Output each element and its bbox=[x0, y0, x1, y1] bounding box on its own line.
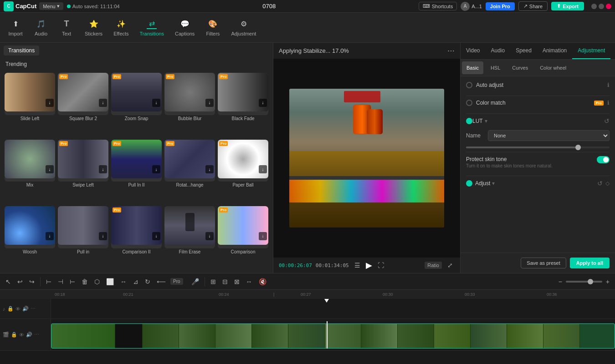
download-icon[interactable]: ↓ bbox=[46, 165, 54, 173]
export-button[interactable]: ⬆ Export bbox=[551, 2, 584, 10]
list-item[interactable]: ↓ Mix bbox=[5, 140, 55, 204]
transition-mix[interactable]: ↓ bbox=[5, 140, 55, 182]
transition-bubble-blur[interactable]: Pro ↓ bbox=[164, 73, 215, 115]
download-icon[interactable]: ↓ bbox=[152, 99, 160, 107]
redo-button[interactable]: ↪ bbox=[27, 277, 36, 286]
download-icon[interactable]: ↓ bbox=[205, 99, 214, 107]
list-item[interactable]: Pro ↓ Swipe Left bbox=[58, 140, 108, 204]
transition-pull-in[interactable]: ↓ bbox=[58, 206, 108, 248]
add-track-button[interactable]: ⊞ bbox=[209, 277, 218, 286]
tool-stickers[interactable]: ⭐ Stickers bbox=[80, 16, 107, 39]
back-button[interactable]: ⟵ bbox=[155, 277, 168, 286]
add-track-3-button[interactable]: ⊠ bbox=[232, 277, 241, 286]
join-pro-button[interactable]: Join Pro bbox=[486, 2, 515, 10]
list-item[interactable]: Pro ↓ Rotat...hange bbox=[164, 140, 215, 204]
audio-lock-icon[interactable]: 🔒 bbox=[7, 306, 14, 312]
video-lock-icon[interactable]: 🔒 bbox=[11, 332, 17, 338]
cursor-tool[interactable]: ↖ bbox=[4, 277, 13, 286]
tool-text[interactable]: T Text bbox=[55, 16, 78, 39]
protect-skin-toggle[interactable] bbox=[597, 156, 610, 163]
tool-transitions[interactable]: ⇄ Transitions bbox=[135, 16, 169, 39]
play-button[interactable]: ▶ bbox=[366, 260, 372, 270]
transition-film-erase[interactable]: ↓ bbox=[164, 206, 215, 248]
video-mute-icon[interactable]: 🔊 bbox=[26, 332, 32, 338]
tab-speed[interactable]: Speed bbox=[510, 43, 537, 59]
minimize-button[interactable] bbox=[591, 4, 597, 9]
lut-slider-thumb[interactable] bbox=[575, 145, 581, 150]
auto-adjust-checkbox[interactable] bbox=[466, 82, 472, 88]
audio-more-icon[interactable]: ⋯ bbox=[31, 306, 36, 312]
transition-comparison-ii[interactable]: Pro ↓ bbox=[111, 206, 162, 248]
tool-adjustment[interactable]: ⚙ Adjustment bbox=[226, 16, 261, 39]
split-button[interactable]: ⊢ bbox=[44, 277, 53, 286]
zoom-in-button[interactable]: + bbox=[604, 277, 611, 286]
add-track-2-button[interactable]: ⊟ bbox=[220, 277, 230, 286]
lut-reset-icon[interactable]: ↺ bbox=[604, 117, 610, 125]
lut-name-select[interactable]: None bbox=[488, 130, 610, 141]
download-icon[interactable]: ↓ bbox=[259, 99, 267, 107]
adjust-reset-icon[interactable]: ↺ bbox=[597, 180, 603, 187]
list-item[interactable]: Pro ↓ Bubble Blur bbox=[164, 73, 215, 137]
download-icon[interactable]: ↓ bbox=[46, 232, 54, 240]
download-icon[interactable]: ↓ bbox=[205, 232, 214, 240]
video-track-icon[interactable]: 🎬 bbox=[3, 332, 9, 338]
audio-track-icon[interactable]: ♪ bbox=[3, 306, 5, 312]
list-item[interactable]: Pro ↓ Zoom Snap bbox=[111, 73, 162, 137]
fit-button[interactable]: ↔ bbox=[244, 277, 254, 286]
adjust-settings-icon[interactable]: ◇ bbox=[605, 180, 610, 187]
video-clip[interactable] bbox=[51, 324, 615, 349]
adjust-checkbox[interactable] bbox=[466, 180, 472, 187]
tool-captions[interactable]: 💬 Captions bbox=[170, 16, 199, 39]
user-menu[interactable]: A A...1 bbox=[461, 2, 482, 11]
download-icon[interactable]: ↓ bbox=[205, 165, 214, 173]
list-item[interactable]: Pro ↓ Square Blur 2 bbox=[58, 73, 108, 137]
expand-button[interactable]: ⤢ bbox=[446, 261, 455, 270]
download-icon[interactable]: ↓ bbox=[46, 99, 54, 107]
list-item[interactable]: ↓ Film Erase bbox=[164, 206, 215, 270]
crop-button[interactable]: ⬜ bbox=[104, 277, 116, 286]
adj-tab-curves[interactable]: Curves bbox=[507, 61, 533, 74]
mirror-button[interactable]: ⊿ bbox=[131, 277, 140, 286]
video-eye-icon[interactable]: 👁 bbox=[19, 332, 24, 338]
audio-mute-icon[interactable]: 🔊 bbox=[22, 306, 29, 312]
delete-button[interactable]: 🗑 bbox=[80, 277, 90, 286]
color-match-checkbox[interactable] bbox=[466, 100, 472, 106]
download-icon[interactable]: ↓ bbox=[99, 165, 107, 173]
transition-square-blur-2[interactable]: Pro ↓ bbox=[58, 73, 108, 115]
zoom-out-button[interactable]: − bbox=[557, 277, 564, 286]
transition-comparison[interactable]: Pro ↓ bbox=[218, 206, 268, 248]
transition-slide-left[interactable]: ↓ bbox=[5, 73, 55, 115]
undo-button[interactable]: ↩ bbox=[15, 277, 25, 286]
shortcuts-button[interactable]: ⌨ Shortcuts bbox=[419, 2, 457, 10]
download-icon[interactable]: ↓ bbox=[259, 165, 267, 173]
adj-tab-hsl[interactable]: HSL bbox=[486, 61, 505, 74]
fullscreen-button[interactable]: ⛶ bbox=[376, 261, 386, 270]
lut-checkbox[interactable] bbox=[466, 118, 472, 124]
adj-tab-colorwheel[interactable]: Color wheel bbox=[535, 61, 571, 74]
tab-animation[interactable]: Animation bbox=[537, 43, 572, 59]
transition-swipe-left[interactable]: Pro ↓ bbox=[58, 140, 108, 182]
list-item[interactable]: ↓ Pull in bbox=[58, 206, 108, 270]
pro-feature-button[interactable]: Pro bbox=[170, 278, 183, 285]
mute-button[interactable]: 🔇 bbox=[257, 277, 268, 286]
tool-import[interactable]: ⬆ Import bbox=[4, 16, 27, 39]
list-item[interactable]: ↓ Slide Left bbox=[5, 73, 55, 137]
ratio-button[interactable]: Ratio bbox=[425, 262, 442, 269]
share-button[interactable]: ↗ Share bbox=[518, 1, 548, 11]
transition-rotat-change[interactable]: Pro ↓ bbox=[164, 140, 215, 182]
apply-all-button[interactable]: Apply to all bbox=[570, 258, 610, 268]
video-more-icon[interactable]: ⋯ bbox=[34, 332, 39, 338]
rotate-button[interactable]: ↻ bbox=[143, 277, 152, 286]
auto-adjust-info-icon[interactable]: ℹ bbox=[607, 82, 610, 88]
trim-end-button[interactable]: ⊢ bbox=[68, 277, 77, 286]
transition-woosh[interactable]: ↓ bbox=[5, 206, 55, 248]
trim-start-button[interactable]: ⊣ bbox=[56, 277, 65, 286]
ripple-button[interactable]: ↔ bbox=[118, 277, 128, 286]
tab-video[interactable]: Video bbox=[461, 43, 485, 59]
download-icon[interactable]: ↓ bbox=[99, 232, 107, 240]
download-icon[interactable]: ↓ bbox=[152, 232, 160, 240]
download-icon[interactable]: ↓ bbox=[259, 232, 267, 240]
transition-pull-in-ii[interactable]: Pro ↓ bbox=[111, 140, 162, 182]
close-button[interactable] bbox=[606, 4, 611, 9]
download-icon[interactable]: ↓ bbox=[152, 165, 160, 173]
